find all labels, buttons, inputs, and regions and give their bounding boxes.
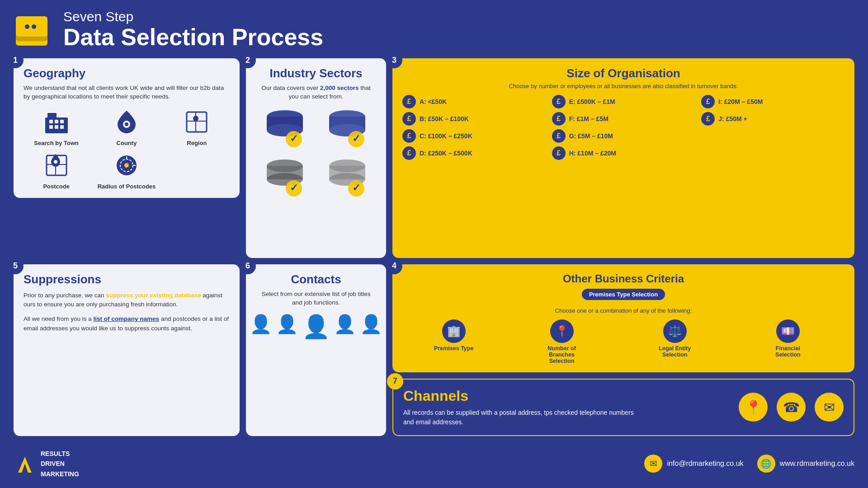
step3-col: 3 Size of Organisation Choose by number …	[392, 58, 854, 258]
person-icon-highlight: 👤	[302, 314, 330, 340]
footer-email-icon: ✉	[644, 455, 662, 473]
person-icon-4: 👤	[360, 314, 382, 340]
step4-card: 4 Other Business Criteria Premises Type …	[392, 264, 854, 372]
size-j: £ J: £50M +	[701, 112, 844, 126]
postcode-icon	[41, 151, 72, 180]
pound-icon-f: £	[552, 112, 566, 126]
step4-title: Other Business Criteria	[402, 272, 844, 285]
step6-badge: 6	[240, 258, 256, 274]
step4-badge: 4	[386, 258, 402, 274]
pound-icon-d: £	[402, 146, 416, 160]
radius-icon	[111, 151, 142, 180]
pound-icon-e: £	[552, 95, 566, 108]
step7-badge: 7	[387, 373, 403, 389]
header-subtitle: Seven Step	[63, 9, 323, 24]
footer-logo: RESULTS DRIVEN MARKETING	[14, 449, 79, 479]
pound-icon-i: £	[701, 95, 715, 108]
step7-card: 7 Channels All records can be supplied w…	[392, 379, 854, 436]
header: Seven Step Data Selection Process	[14, 9, 854, 50]
postcode-label: Postcode	[43, 183, 70, 190]
step1-col: 1 Geography We understand that not all c…	[14, 58, 240, 258]
svg-marker-42	[18, 457, 32, 473]
size-h-label: H: £10M – £20M	[569, 150, 616, 157]
step4-choose-text: Choose one or a combination of any of th…	[402, 307, 844, 314]
phone-icon: ☎	[777, 393, 806, 422]
size-empty-2	[701, 146, 844, 160]
step5-title: Suppressions	[24, 272, 230, 286]
step3-badge: 3	[386, 52, 402, 68]
pound-icon-c: £	[402, 129, 416, 143]
logo-line1: RESULTS	[41, 449, 79, 459]
premises-icon: 🏢	[442, 319, 466, 343]
svg-rect-9	[60, 120, 64, 123]
step5-col: 5 Suppressions Prior to any purchase, we…	[14, 264, 240, 436]
pound-icon-g: £	[552, 129, 566, 143]
svg-point-4	[32, 24, 36, 29]
size-i-label: I: £20M – £50M	[718, 98, 763, 105]
step7-title: Channels	[403, 388, 638, 404]
pound-icon-h: £	[552, 146, 566, 160]
step2-highlight: 2,000 sectors	[320, 84, 359, 91]
size-i: £ I: £20M – £50M	[701, 95, 844, 108]
size-f: £ F: £1M – £5M	[552, 112, 695, 126]
svg-point-14	[125, 122, 128, 126]
criteria-legal-label: Legal Entity Selection	[650, 345, 700, 358]
contact-icons: 👤 👤 👤 👤 👤	[256, 314, 376, 340]
size-a: £ A: <£50K	[402, 95, 546, 108]
step6-card: 6 Contacts Select from our extensive lis…	[246, 264, 386, 436]
size-j-label: J: £50M +	[718, 115, 747, 122]
footer-contact: ✉ info@rdmarketing.co.uk 🌐 www.rdmarketi…	[644, 455, 854, 473]
step5-para1-pre: Prior to any purchase, we can	[24, 292, 106, 299]
step5-highlight2: list of company names	[94, 315, 160, 322]
other-icons: 🏢 Premises Type 📍 Number of Branches Sel…	[402, 319, 844, 364]
footer-globe-icon: 🌐	[757, 455, 775, 473]
criteria-financial: 💷 Financial Selection	[763, 319, 813, 358]
size-c: £ C: £100K – £250K	[402, 129, 546, 143]
step5-para2-pre: All we need from you is a	[24, 315, 94, 322]
logo-icon	[14, 12, 54, 48]
db-icons: ✓ ✓	[256, 108, 376, 202]
step5-para1: Prior to any purchase, we can suppress y…	[24, 291, 230, 310]
footer: RESULTS DRIVEN MARKETING ✉ info@rdmarket…	[14, 449, 854, 479]
radius-label: Radius of Postcodes	[98, 183, 156, 190]
criteria-legal: ⚖️ Legal Entity Selection	[650, 319, 700, 358]
svg-rect-6	[47, 113, 57, 118]
region-icon	[181, 108, 212, 137]
svg-text:✓: ✓	[352, 182, 360, 193]
step6-col: 6 Contacts Select from our extensive lis…	[246, 264, 386, 436]
footer-logo-text: RESULTS DRIVEN MARKETING	[41, 449, 79, 479]
premises-badge-container: Premises Type Selection	[402, 289, 844, 304]
step1-badge: 1	[7, 52, 24, 68]
premises-badge: Premises Type Selection	[582, 289, 665, 300]
criteria-premises-label: Premises Type	[434, 345, 473, 352]
footer-email-item: ✉ info@rdmarketing.co.uk	[644, 455, 743, 473]
person-icon-2: 👤	[276, 314, 298, 340]
size-a-label: A: <£50K	[420, 98, 447, 105]
db-icon-2: ✓	[318, 108, 376, 152]
footer-email: info@rdmarketing.co.uk	[667, 460, 743, 468]
db-icon-4: ✓	[318, 157, 376, 202]
branches-icon: 📍	[550, 319, 574, 343]
svg-point-3	[25, 24, 29, 29]
right-bottom-col: 4 Other Business Criteria Premises Type …	[392, 264, 854, 436]
db-icon-1: ✓	[256, 108, 314, 152]
step2-col: 2 Industry Sectors Our data covers over …	[246, 58, 386, 258]
size-h: £ H: £10M – £20M	[552, 146, 695, 160]
criteria-branches-label: Number of Branches Selection	[537, 345, 587, 364]
step2-pre: Our data covers over	[261, 84, 320, 91]
geo-region: Region	[164, 108, 230, 146]
size-g-label: G: £5M – £10M	[569, 132, 613, 140]
size-empty-1	[701, 129, 844, 143]
town-label: Search by Town	[34, 140, 79, 146]
size-e-label: E: £500K – £1M	[569, 98, 615, 105]
step7-description: All records can be supplied with a posta…	[403, 408, 638, 427]
logo-line3: MARKETING	[41, 469, 79, 479]
financial-icon: 💷	[776, 319, 800, 343]
location-icon: 📍	[739, 393, 768, 422]
region-label: Region	[187, 140, 207, 146]
step2-card: 2 Industry Sectors Our data covers over …	[246, 58, 386, 258]
geo-county: County	[94, 108, 159, 146]
svg-rect-2	[16, 16, 47, 37]
step2-badge: 2	[240, 52, 256, 68]
logo-line2: DRIVEN	[41, 459, 79, 469]
